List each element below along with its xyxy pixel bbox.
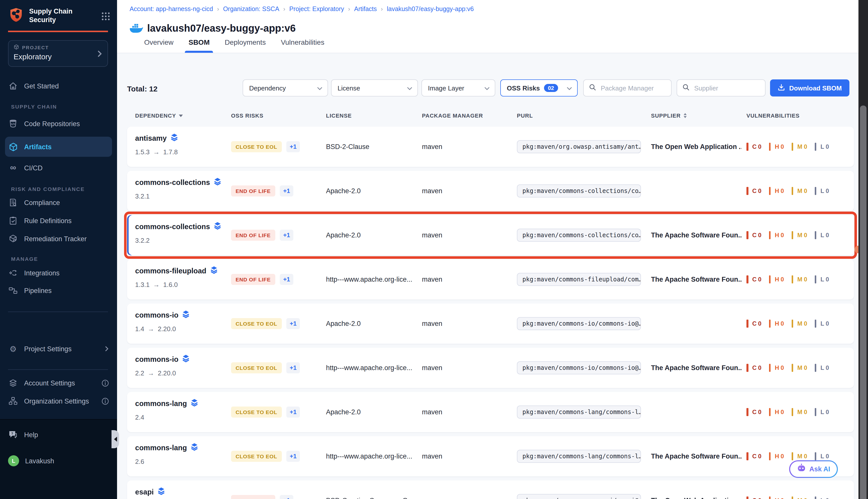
- column-dependency[interactable]: DEPENDENCY: [135, 112, 183, 119]
- sidebar-item-compliance[interactable]: Compliance: [5, 194, 112, 211]
- risk-more-badge[interactable]: +1: [286, 406, 300, 417]
- sidebar-item-pipelines[interactable]: Pipelines: [5, 281, 112, 300]
- table-row[interactable]: commons-collections 3.2.1: [127, 171, 854, 211]
- table-row[interactable]: commons-io 2.2: [127, 348, 854, 388]
- image-layer-filter[interactable]: Image Layer: [421, 80, 495, 97]
- purl-pill[interactable]: pkg:maven/commons-collections/co…: [517, 229, 641, 242]
- dependency-name: commons-fileupload: [135, 267, 207, 275]
- oss-risk-cell: CLOSE TO EOL +1: [231, 362, 300, 373]
- table-row[interactable]: commons-io 1.4: [127, 304, 854, 344]
- risk-more-badge[interactable]: +1: [280, 230, 293, 241]
- oss-risk-cell: END OF LIFE +1: [231, 185, 294, 196]
- dependency-cell: commons-lang 2.6: [135, 443, 198, 465]
- info-icon[interactable]: [101, 379, 109, 387]
- tab-vulnerabilities[interactable]: Vulnerabilities: [281, 32, 324, 53]
- purl-pill[interactable]: pkg:maven/commons-io/commons-io@…: [517, 317, 641, 330]
- breadcrumb-organization[interactable]: Organization: SSCA: [223, 5, 279, 13]
- breadcrumb-account[interactable]: Account: app-harness-ng-cicd: [129, 5, 213, 13]
- risk-badge: CLOSE TO EOL: [231, 141, 282, 152]
- purl-pill[interactable]: pkg:maven/commons-collections/co…: [517, 184, 641, 197]
- risk-more-badge[interactable]: +1: [280, 274, 293, 285]
- high-count: H0: [769, 452, 785, 460]
- sidebar-item-code-repositories[interactable]: Code Repositories: [5, 114, 112, 133]
- vulnerabilities-cell: C0 H0 M0 L0: [746, 452, 830, 460]
- breadcrumb-separator: ›: [348, 5, 350, 13]
- column-supplier[interactable]: SUPPLIER: [651, 112, 687, 119]
- version-current: 1.5.3: [135, 148, 150, 156]
- risk-more-badge[interactable]: +1: [286, 362, 300, 373]
- license-cell: Apache-2.0: [326, 408, 361, 416]
- sidebar-item-rule-definitions[interactable]: Rule Definitions: [5, 211, 112, 230]
- table-row[interactable]: commons-lang 2.4: [127, 392, 854, 432]
- tab-deployments[interactable]: Deployments: [225, 32, 266, 53]
- layers-icon: [182, 354, 190, 364]
- dependency-name: commons-lang: [135, 399, 187, 407]
- sidebar-item-cicd[interactable]: ∞ CI/CD: [5, 159, 112, 177]
- package-manager-search-input[interactable]: [600, 84, 666, 92]
- purl-pill[interactable]: pkg:maven/commons-lang/commons-l…: [517, 405, 641, 418]
- supplier-search-input[interactable]: [693, 84, 760, 92]
- tab-sbom[interactable]: SBOM: [189, 32, 210, 53]
- vertical-scrollbar[interactable]: [858, 0, 868, 499]
- risk-badge: END OF LIFE: [231, 230, 275, 241]
- breadcrumb-separator: ›: [283, 5, 285, 13]
- purl-pill[interactable]: pkg:maven/org.owasp.esapi/esapi@…: [517, 494, 641, 499]
- sidebar-item-organization-settings[interactable]: Organization Settings: [5, 392, 112, 410]
- ask-ai-button[interactable]: Ask AI: [789, 460, 838, 478]
- download-sbom-button[interactable]: Download SBOM: [770, 80, 850, 97]
- sidebar-item-integrations[interactable]: Integrations: [5, 264, 112, 282]
- sidebar-item-artifacts[interactable]: Artifacts: [5, 137, 112, 157]
- license-cell: http---www.apache.org-lice...: [326, 452, 412, 460]
- dependency-filter[interactable]: Dependency: [243, 80, 328, 97]
- sidebar-item-user[interactable]: L Lavakush: [5, 452, 112, 470]
- risk-more-badge[interactable]: +1: [286, 141, 300, 152]
- sidebar-item-get-started[interactable]: Get Started: [5, 77, 112, 95]
- risk-more-badge[interactable]: +1: [280, 495, 293, 499]
- scrollbar-thumb[interactable]: [860, 106, 867, 499]
- layers-gear-icon: [8, 378, 18, 388]
- oss-risks-filter[interactable]: OSS Risks 02: [500, 80, 578, 97]
- supplier-cell: The Open Web Applicatio...: [651, 497, 739, 499]
- supplier-cell: The Apache Software Foun...: [651, 276, 741, 283]
- table-row[interactable]: antisamy 1.5.3: [127, 126, 854, 167]
- table-row[interactable]: commons-lang 2.6: [127, 436, 854, 476]
- module-grid-icon[interactable]: [100, 11, 111, 22]
- purl-pill[interactable]: pkg:maven/commons-fileupload/com…: [517, 273, 641, 286]
- sidebar-item-project-settings[interactable]: ⚙ Project Settings: [5, 340, 112, 358]
- project-selector[interactable]: PROJECT Exploratory: [8, 40, 108, 67]
- dependency-cell: commons-fileupload 1.3.1: [135, 266, 218, 289]
- collapse-arrow-icon: [114, 437, 117, 442]
- risk-more-badge[interactable]: +1: [280, 185, 293, 196]
- breadcrumb-artifacts[interactable]: Artifacts: [354, 5, 377, 13]
- purl-pill[interactable]: pkg:maven/commons-lang/commons-l…: [517, 450, 641, 463]
- risk-more-badge[interactable]: +1: [286, 318, 300, 329]
- chevron-right-icon: [105, 346, 109, 352]
- version-target: 2.20.0: [158, 369, 176, 377]
- chevron-down-icon: [484, 84, 490, 92]
- breadcrumb-artifact-name[interactable]: lavakush07/easy-buggy-app:v6: [387, 5, 474, 13]
- breadcrumb-project[interactable]: Project: Exploratory: [289, 5, 344, 13]
- brand-header: Supply Chain Security: [8, 6, 111, 26]
- tab-overview[interactable]: Overview: [144, 32, 174, 53]
- low-count: L0: [815, 231, 830, 239]
- medium-count: M0: [791, 452, 808, 460]
- table-row[interactable]: commons-fileupload 1.3.1: [127, 259, 854, 300]
- chevron-down-icon: [407, 84, 412, 92]
- sidebar-item-help[interactable]: ? Help: [5, 426, 112, 444]
- sidebar-item-label: Account Settings: [24, 379, 75, 387]
- risk-more-badge[interactable]: +1: [286, 451, 300, 462]
- purl-pill[interactable]: pkg:maven/commons-io/commons-io@…: [517, 361, 641, 374]
- license-filter[interactable]: License: [331, 80, 418, 97]
- sidebar-item-label: Organization Settings: [24, 397, 89, 405]
- section-risk-and-compliance: RISK AND COMPLIANCE: [11, 186, 85, 192]
- dependency-cell: antisamy 1.5.3: [135, 133, 178, 156]
- purl-pill[interactable]: pkg:maven/org.owasp.antisamy/ant…: [517, 140, 641, 153]
- package-manager-cell: maven: [422, 231, 442, 239]
- table-row[interactable]: esapi: [127, 480, 854, 499]
- sidebar-item-account-settings[interactable]: Account Settings: [5, 374, 112, 392]
- sidebar-item-remediation-tracker[interactable]: Remediation Tracker: [5, 230, 112, 248]
- info-icon[interactable]: [101, 397, 109, 405]
- arrow-right-icon: →: [153, 281, 160, 289]
- table-row[interactable]: commons-collections 3.2.2: [127, 215, 854, 255]
- sidebar-collapse-handle[interactable]: [112, 430, 119, 448]
